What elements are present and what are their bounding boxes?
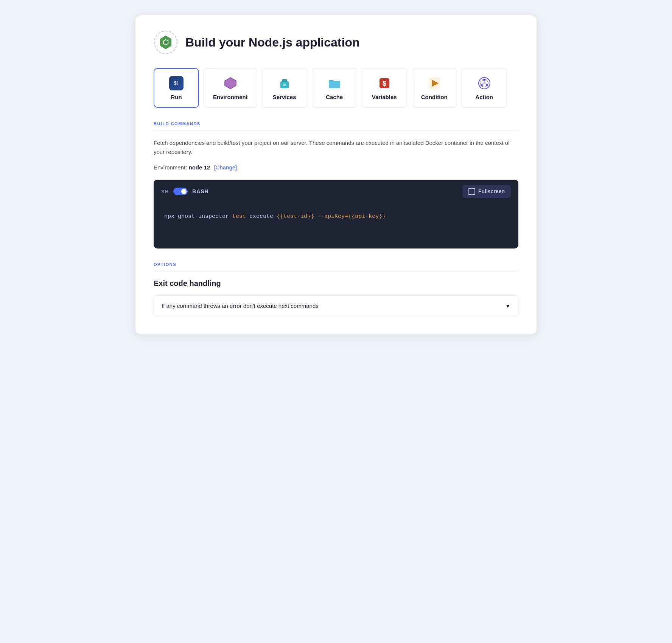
svg-point-15 — [483, 79, 485, 81]
svg-point-16 — [486, 84, 488, 86]
sh-label: SH — [161, 189, 169, 194]
tab-condition-label: Condition — [421, 94, 448, 100]
fullscreen-icon — [468, 188, 475, 195]
cache-tab-icon — [327, 76, 342, 91]
section-divider-2 — [154, 271, 518, 272]
svg-rect-8 — [283, 84, 286, 86]
tab-cache-label: Cache — [326, 94, 343, 100]
page-title: Build your Node.js application — [185, 36, 359, 50]
environment-line: Environment: node 12 [Change] — [154, 164, 518, 171]
change-link[interactable]: [Change] — [214, 164, 237, 171]
tab-cache[interactable]: Cache — [312, 68, 357, 108]
tab-run[interactable]: $! Run — [154, 68, 199, 108]
section-divider-1 — [154, 130, 518, 131]
condition-tab-icon — [427, 76, 442, 91]
build-description: Fetch dependencies and build/test your p… — [154, 138, 518, 157]
dropdown-value: If any command throws an error don't exe… — [162, 303, 319, 309]
svg-rect-7 — [282, 79, 287, 82]
environment-tab-icon — [223, 76, 238, 91]
tab-action-label: Action — [475, 94, 493, 100]
run-tab-icon: $! — [169, 76, 184, 91]
code-toolbar-left: SH BASH — [161, 188, 209, 195]
fullscreen-button[interactable]: Fullscreen — [462, 185, 511, 198]
nodejs-icon: ⬡ — [154, 30, 178, 54]
page-header: ⬡ Build your Node.js application — [154, 30, 518, 54]
tab-environment[interactable]: Environment — [204, 68, 257, 108]
code-body[interactable]: npx ghost-inspector test execute {{test-… — [154, 203, 518, 249]
tab-run-label: Run — [171, 94, 182, 100]
tab-bar: $! Run Environment Serv — [154, 68, 518, 108]
bash-label: BASH — [192, 188, 209, 194]
variables-tab-icon: $ — [377, 76, 392, 91]
build-commands-label: BUILD COMMANDS — [154, 121, 518, 126]
build-commands-section: BUILD COMMANDS Fetch dependencies and bu… — [154, 121, 518, 171]
action-tab-icon — [477, 76, 492, 91]
tab-variables-label: Variables — [372, 94, 397, 100]
exit-code-title: Exit code handling — [154, 279, 518, 288]
main-card: ⬡ Build your Node.js application $! Run … — [135, 15, 537, 334]
tab-services[interactable]: Services — [262, 68, 307, 108]
svg-text:$: $ — [383, 80, 386, 87]
tab-variables[interactable]: $ Variables — [362, 68, 407, 108]
svg-text:⬡: ⬡ — [163, 39, 169, 46]
options-label: OPTIONS — [154, 262, 518, 267]
tab-services-label: Services — [273, 94, 296, 100]
dropdown-arrow-icon: ▼ — [505, 303, 510, 309]
code-editor: SH BASH Fullscreen npx ghost-inspector t… — [154, 180, 518, 249]
code-line-1: npx ghost-inspector test execute {{test-… — [164, 212, 508, 221]
tab-action[interactable]: Action — [462, 68, 507, 108]
sh-bash-toggle[interactable] — [173, 188, 188, 195]
exit-code-dropdown[interactable]: If any command throws an error don't exe… — [154, 295, 518, 316]
environment-value: node 12 — [189, 164, 210, 171]
code-toolbar: SH BASH Fullscreen — [154, 180, 518, 203]
svg-marker-4 — [225, 78, 236, 89]
environment-label: Environment: — [154, 164, 187, 171]
svg-rect-18 — [469, 188, 475, 194]
tab-condition[interactable]: Condition — [412, 68, 457, 108]
options-section: OPTIONS Exit code handling If any comman… — [154, 262, 518, 316]
fullscreen-label: Fullscreen — [478, 188, 505, 194]
services-tab-icon — [277, 76, 292, 91]
svg-point-17 — [481, 84, 483, 86]
tab-environment-label: Environment — [213, 94, 248, 100]
